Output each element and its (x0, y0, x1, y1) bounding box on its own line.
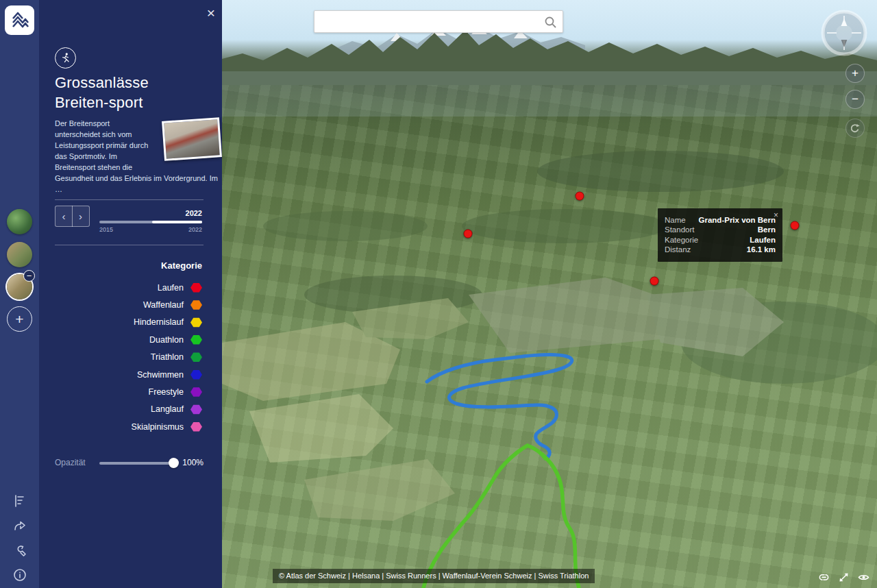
layer-description-block: Der Breitensport unterscheidet sich vom … (55, 118, 221, 195)
remove-layer-badge[interactable]: − (23, 270, 35, 282)
category-label: Schwimmen (137, 370, 184, 380)
event-marker[interactable] (650, 277, 659, 286)
left-rail: − + (0, 0, 39, 588)
category-row[interactable]: Hindernislauf (55, 314, 202, 331)
divider (55, 199, 203, 200)
panel-title: Grossanlässe Breiten-sport (55, 73, 200, 112)
search-input[interactable] (314, 11, 563, 32)
tooltip-row: StandortBern (665, 225, 776, 234)
category-list: LaufenWaffenlaufHindernislaufDuathlonTri… (55, 279, 202, 436)
category-swatch-icon (190, 300, 202, 310)
zoom-in-button[interactable]: + (845, 64, 865, 83)
category-label: Waffenlauf (143, 300, 184, 310)
feature-tooltip: × NameGrand-Prix von BernStandortBernKat… (658, 208, 782, 262)
map-bottom-toolbar (817, 571, 870, 584)
tooltip-label: Name (665, 216, 686, 224)
event-marker[interactable] (576, 192, 584, 201)
category-swatch-icon (190, 369, 202, 380)
timeline-slider[interactable] (99, 221, 202, 223)
category-swatch-icon (190, 352, 202, 363)
rotate-reset-button[interactable] (845, 119, 865, 138)
compass-control[interactable] (820, 9, 868, 57)
category-label: Laufen (158, 283, 184, 293)
panel-close-button[interactable]: × (207, 5, 215, 20)
category-label: Hindernislauf (134, 317, 184, 327)
category-row[interactable]: Laufen (55, 279, 202, 296)
tooltip-rows: NameGrand-Prix von BernStandortBernKateg… (665, 216, 776, 254)
event-marker[interactable] (791, 221, 800, 230)
mountain-logo-icon (10, 10, 30, 31)
category-swatch-icon (190, 404, 202, 415)
app-root: − + × Grossanlässe Breiten-sport (0, 0, 877, 588)
timeline-slider-fill (152, 221, 202, 223)
layer-info-panel: × Grossanlässe Breiten-sport Der Breiten… (39, 0, 222, 588)
category-swatch-icon (190, 282, 202, 293)
search-bar (314, 10, 563, 33)
tooltip-label: Standort (665, 225, 694, 234)
category-row[interactable]: Freestyle (55, 383, 202, 400)
zoom-out-button[interactable]: − (845, 90, 865, 109)
divider (55, 245, 203, 245)
map-attribution: © Atlas der Schweiz | Helsana | Swiss Ru… (273, 569, 595, 583)
add-layer-button[interactable]: + (7, 306, 32, 332)
category-label: Duathlon (149, 335, 184, 345)
tooltip-value: Grand-Prix von Bern (699, 216, 776, 224)
map-3d-view[interactable]: + − × NameGrand-Prix von BernStandortBer… (222, 0, 877, 588)
info-icon[interactable] (12, 567, 27, 583)
terrain-relief-layer (222, 0, 877, 588)
tooltip-label: Distanz (665, 245, 691, 254)
opacity-label: Opazität (55, 458, 86, 467)
layer-thumbnail-map[interactable] (7, 209, 32, 234)
atlas-logo[interactable] (5, 5, 34, 35)
route-blue (427, 354, 572, 458)
wrench-icon[interactable] (12, 543, 27, 558)
tooltip-value: Laufen (750, 236, 776, 244)
layer-thumbnail-active[interactable]: − (7, 274, 32, 299)
category-swatch-icon (190, 421, 202, 432)
event-marker[interactable] (464, 230, 473, 238)
tooltip-close-button[interactable]: × (774, 211, 778, 219)
fullscreen-icon[interactable] (837, 571, 850, 584)
category-row[interactable]: Skialpinismus (55, 418, 202, 435)
event-photo-thumbnail (162, 117, 222, 161)
category-label: Langlauf (151, 404, 184, 414)
tooltip-label: Kategorie (665, 236, 698, 244)
category-label: Triathlon (151, 352, 184, 362)
tooltip-value: 16.1 km (747, 245, 776, 254)
category-label: Skialpinismus (132, 422, 184, 432)
category-row[interactable]: Duathlon (55, 331, 202, 348)
category-label: Freestyle (149, 387, 184, 397)
layer-thumbnail-trail[interactable] (7, 242, 32, 267)
category-swatch-icon (190, 334, 202, 345)
search-icon[interactable] (544, 16, 557, 29)
runner-icon (55, 47, 76, 69)
eye-icon[interactable] (857, 571, 870, 584)
timeline-current-year: 2022 (186, 209, 202, 217)
legend-chart-icon[interactable] (12, 493, 27, 509)
category-row[interactable]: Triathlon (55, 349, 202, 366)
timeline-next-button[interactable]: › (72, 206, 90, 227)
timeline-end-label: 2022 (188, 226, 202, 233)
category-swatch-icon (190, 317, 202, 328)
opacity-slider-knob[interactable] (169, 458, 179, 468)
tooltip-value: Bern (758, 225, 776, 234)
tooltip-row: Distanz16.1 km (665, 245, 776, 254)
share-icon[interactable] (12, 518, 27, 533)
category-swatch-icon (190, 387, 202, 397)
category-row[interactable]: Schwimmen (55, 366, 202, 383)
kategorie-heading: Kategorie (161, 260, 202, 271)
category-row[interactable]: Waffenlauf (55, 296, 202, 313)
category-row[interactable]: Langlauf (55, 401, 202, 418)
timeline-prev-button[interactable]: ‹ (55, 206, 73, 227)
route-green (423, 445, 579, 588)
opacity-slider[interactable] (99, 462, 171, 465)
link-icon[interactable] (817, 571, 830, 584)
tooltip-row: NameGrand-Prix von Bern (665, 216, 776, 224)
timeline-start-label: 2015 (99, 226, 113, 233)
tooltip-row: KategorieLaufen (665, 236, 776, 244)
opacity-value: 100% (182, 458, 203, 467)
rail-bottom-toolbar (0, 493, 39, 583)
